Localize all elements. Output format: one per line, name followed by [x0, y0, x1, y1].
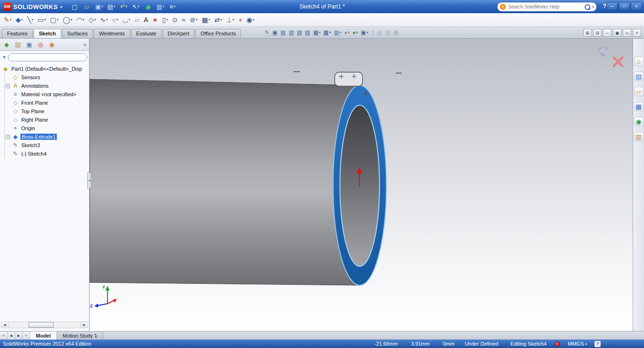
dropdown-arrow-icon[interactable]: ▾: [174, 5, 176, 8]
smart-dimension-icon[interactable]: ◆ ▾: [14, 14, 25, 26]
repair-sketch-icon[interactable]: +: [237, 14, 244, 26]
appearances-icon[interactable]: ◉: [634, 117, 644, 126]
tab-features[interactable]: Features: [2, 29, 33, 38]
open-icon[interactable]: ▱: [81, 1, 93, 12]
tree-item-sketch3[interactable]: ✎ Sketch3: [5, 141, 89, 149]
dropdown-arrow-icon[interactable]: ▾: [10, 18, 12, 22]
dropdown-arrow-icon[interactable]: ▾: [253, 18, 255, 22]
dropdown-arrow-icon[interactable]: ▾: [348, 31, 350, 34]
plane-tool-icon[interactable]: ▱: [132, 14, 141, 26]
task-list-icon[interactable]: ≡ ▾: [166, 1, 179, 12]
edit-appearance-icon[interactable]: ● ▾: [343, 28, 351, 37]
display-style-icon[interactable]: ▩ ▾: [322, 28, 332, 37]
undo-icon[interactable]: ↶ ▾: [117, 1, 130, 12]
dropdown-arrow-icon[interactable]: ▾: [57, 18, 58, 22]
dimxpertmanager-tab[interactable]: ◎: [35, 40, 46, 50]
search-dropdown-icon[interactable]: ▾: [592, 5, 594, 9]
model-tab[interactable]: Model: [30, 331, 57, 340]
tree-item-part-root[interactable]: ◆ Part1 (Default<<Default>_Disp: [0, 65, 89, 73]
chevron-up-icon[interactable]: ▴: [585, 342, 587, 346]
tree-item-annotations[interactable]: + A Annotations: [5, 82, 89, 90]
panel-splitter-handle[interactable]: ◂: [87, 173, 91, 189]
search-icon[interactable]: [585, 4, 590, 10]
configurationmanager-tab[interactable]: ▣: [24, 40, 35, 50]
ellipse-tool-icon[interactable]: ○ ▾: [110, 14, 120, 26]
tab-office-products[interactable]: Office Products: [195, 29, 241, 38]
sketch-tool-icon[interactable]: ✎ ▾: [2, 14, 13, 26]
design-library-icon[interactable]: ▤: [634, 72, 644, 81]
spline-tool-icon[interactable]: ∿ ▾: [98, 14, 109, 26]
prev-tab-icon[interactable]: ◀: [8, 331, 15, 340]
dropdown-arrow-icon[interactable]: ▾: [71, 18, 73, 22]
view-settings-icon[interactable]: ▣ ▾: [360, 28, 369, 37]
rectangle-tool-icon[interactable]: ▭ ▾: [36, 14, 48, 26]
new-document-icon[interactable]: ▢: [68, 1, 81, 12]
file-explorer-icon[interactable]: ▱: [634, 87, 644, 96]
quick-tips-icon[interactable]: ?: [594, 341, 601, 347]
tree-item-front-plane[interactable]: ◇ Front Plane: [5, 99, 89, 107]
featuremanager-flyout-icon[interactable]: ⊞: [583, 29, 592, 37]
dropdown-arrow-icon[interactable]: ▾: [32, 18, 33, 22]
sketch-slot-entity[interactable]: [335, 72, 363, 86]
model-cylinder-body[interactable]: [90, 79, 360, 285]
dropdown-arrow-icon[interactable]: ▾: [163, 5, 165, 8]
first-tab-icon[interactable]: «: [0, 331, 8, 340]
pane-left-disabled-icon[interactable]: ▤: [376, 28, 383, 37]
pane-both-disabled-icon[interactable]: ▦: [392, 28, 399, 37]
panel-horizontal-scrollbar[interactable]: ◀ ▶: [1, 322, 88, 328]
select-icon[interactable]: ↖ ▾: [130, 1, 142, 12]
view-orientation-icon[interactable]: ▦ ▾: [312, 28, 322, 37]
apply-scene-icon[interactable]: ● ▾: [352, 28, 359, 37]
viewport-canvas[interactable]: Y Z ✎: [90, 39, 633, 331]
tree-item-sensors[interactable]: ◇ Sensors: [5, 73, 89, 82]
dropdown-arrow-icon[interactable]: ▾: [329, 31, 331, 34]
point-tool-icon[interactable]: ∗: [150, 14, 160, 26]
dropdown-arrow-icon[interactable]: ▾: [367, 31, 369, 34]
dynamic-annotation-icon[interactable]: ▨: [304, 28, 311, 37]
dropdown-arrow-icon[interactable]: ▾: [106, 18, 108, 22]
dropdown-arrow-icon[interactable]: ▾: [83, 18, 84, 22]
filter-funnel-icon[interactable]: ▼: [2, 55, 7, 60]
tree-item-right-plane[interactable]: ◇ Right Plane: [5, 116, 89, 124]
dropdown-arrow-icon[interactable]: ▾: [196, 18, 198, 22]
tab-surfaces[interactable]: Surfaces: [62, 29, 93, 38]
dropdown-arrow-icon[interactable]: ▾: [21, 18, 23, 22]
custom-properties-icon[interactable]: ▥: [634, 132, 644, 141]
scrollbar-thumb[interactable]: [28, 322, 54, 328]
save-icon[interactable]: ▣ ▾: [93, 1, 105, 12]
dropdown-arrow-icon[interactable]: ▾: [319, 31, 321, 34]
maximize-window-button[interactable]: □: [619, 2, 630, 11]
panel-overflow-icon[interactable]: »: [83, 42, 89, 47]
display-relations-icon[interactable]: ⊥ ▾: [224, 14, 236, 26]
print-icon[interactable]: ▤ ▾: [105, 1, 117, 12]
slot-tool-icon[interactable]: ▢ ▾: [48, 14, 60, 26]
tree-item-top-plane[interactable]: ◇ Top Plane: [5, 107, 89, 116]
tree-filter-input[interactable]: [8, 53, 87, 61]
unit-system-selector[interactable]: MMGS: [568, 341, 584, 347]
help-search-box[interactable]: ? ▾: [497, 2, 597, 12]
dropdown-arrow-icon[interactable]: ▾: [94, 18, 96, 22]
mirror-entities-icon[interactable]: ▯ ▾: [160, 14, 170, 26]
scroll-left-icon[interactable]: ◀: [1, 322, 8, 328]
menu-chevron-icon[interactable]: ▸: [61, 4, 63, 9]
dropdown-arrow-icon[interactable]: ▾: [220, 18, 222, 22]
arc-tool-icon[interactable]: ◠ ▾: [74, 14, 86, 26]
home-icon[interactable]: ⌂: [634, 57, 644, 66]
tab-dimxpert[interactable]: DimXpert: [163, 29, 195, 38]
tree-item-sketch4[interactable]: ✎ (-) Sketch4: [5, 149, 89, 158]
dropdown-arrow-icon[interactable]: ▾: [356, 31, 358, 34]
zoom-fit-icon[interactable]: ▣: [271, 28, 278, 37]
tree-item-boss-extrude1[interactable]: + ◆ Boss-Extrude1: [5, 133, 89, 141]
polygon-tool-icon[interactable]: ◇ ▾: [87, 14, 98, 26]
dropdown-arrow-icon[interactable]: ▾: [114, 5, 116, 8]
linear-pattern-icon[interactable]: ▦ ▾: [200, 14, 212, 26]
featuremanager-tab[interactable]: ◆: [1, 40, 12, 50]
dropdown-arrow-icon[interactable]: ▾: [138, 5, 140, 8]
normal-to-icon[interactable]: ↑: [370, 28, 375, 37]
cascade-doc-icon[interactable]: ▭: [623, 29, 631, 37]
displaymanager-tab[interactable]: ◉: [46, 40, 58, 50]
dropdown-arrow-icon[interactable]: ▾: [125, 5, 127, 8]
search-input[interactable]: [506, 4, 585, 9]
minimize-doc-icon[interactable]: ─: [603, 29, 611, 37]
hide-show-items-icon[interactable]: ▥ ▾: [333, 28, 342, 37]
